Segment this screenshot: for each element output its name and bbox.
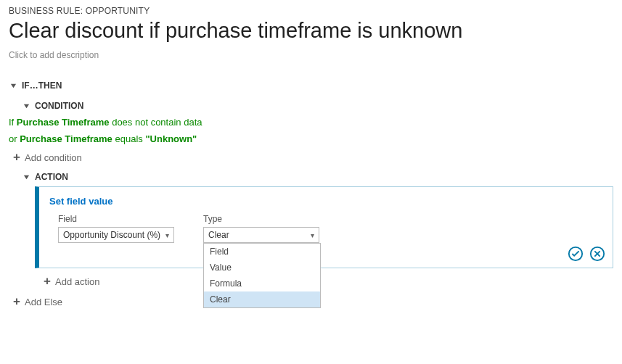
chevron-down-icon: ▾	[311, 231, 314, 239]
add-else-label: Add Else	[25, 297, 62, 307]
field-dropdown[interactable]: Opportunity Discount (%) ▾	[58, 227, 174, 243]
chevron-down-icon: ▾	[165, 231, 169, 239]
type-label: Type	[203, 214, 319, 224]
field-label: Field	[58, 214, 174, 224]
add-condition-button[interactable]: + Add condition	[9, 150, 613, 165]
confirm-button[interactable]	[568, 246, 584, 262]
section-header-ifthen: IF…THEN	[22, 80, 62, 91]
page-title: Clear discount if purchase timeframe is …	[9, 19, 613, 43]
type-option-formula[interactable]: Formula	[204, 276, 320, 291]
condition-row-1[interactable]: If Purchase Timeframe does not contain d…	[9, 117, 613, 128]
expander-action[interactable]	[22, 173, 30, 181]
add-condition-label: Add condition	[25, 152, 82, 163]
add-action-button[interactable]: + Add action	[39, 274, 613, 289]
section-header-action: ACTION	[35, 172, 68, 182]
condition-prefix: If	[9, 117, 14, 128]
cancel-button[interactable]	[589, 246, 605, 262]
plus-icon: +	[9, 150, 25, 165]
expander-condition[interactable]	[22, 102, 30, 110]
plus-icon: +	[9, 294, 25, 309]
condition-row-2[interactable]: or Purchase Timeframe equals "Unknown"	[9, 133, 613, 144]
condition-operator: does not contain data	[112, 117, 202, 128]
description-placeholder[interactable]: Click to add description	[9, 50, 613, 60]
type-option-value[interactable]: Value	[204, 260, 320, 276]
type-option-field[interactable]: Field	[204, 244, 320, 260]
condition-mid: equals	[115, 133, 142, 144]
type-option-clear[interactable]: Clear	[204, 291, 320, 307]
plus-icon: +	[39, 274, 55, 289]
action-panel: Set field value Field Opportunity Discou…	[35, 186, 613, 268]
condition-prefix: or	[9, 133, 17, 144]
type-dropdown-menu: Field Value Formula Clear	[203, 243, 321, 308]
field-dropdown-value: Opportunity Discount (%)	[63, 230, 160, 240]
add-action-label: Add action	[55, 276, 99, 287]
condition-value: "Unknown"	[145, 133, 197, 144]
condition-field: Purchase Timeframe	[20, 133, 112, 144]
type-dropdown-value: Clear	[208, 230, 229, 240]
type-dropdown[interactable]: Clear ▾ Field Value Formula Clear	[203, 227, 319, 243]
breadcrumb: BUSINESS RULE: Opportunity	[9, 6, 613, 16]
action-panel-title: Set field value	[49, 196, 602, 207]
condition-field: Purchase Timeframe	[17, 117, 110, 128]
section-header-condition: CONDITION	[35, 101, 83, 111]
expander-ifthen[interactable]	[9, 81, 17, 90]
